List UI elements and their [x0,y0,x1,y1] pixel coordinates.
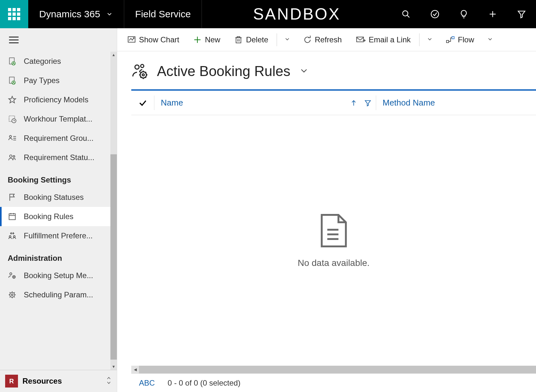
module-label-section[interactable]: Field Service [124,0,202,28]
people-gear-entity-icon [131,63,148,80]
svg-point-29 [13,235,15,237]
select-all-checkbox[interactable] [131,96,154,110]
nav-item-booking-setup-metadata[interactable]: Booking Setup Me... [0,266,117,285]
plus-icon [488,10,497,19]
gear-icon [8,291,17,299]
svg-rect-24 [9,214,15,219]
nav-item-categories[interactable]: Categories [0,52,117,71]
calendar-clock-icon [8,115,17,123]
assistant-button[interactable] [449,0,478,28]
nav-list: ▲ ▼ Categories Pay Types Prof [0,52,117,370]
add-button[interactable] [478,0,507,28]
refresh-button[interactable]: Refresh [296,28,349,51]
scroll-left-arrow-icon[interactable]: ◀ [131,366,139,373]
svg-line-45 [10,297,10,297]
email-link-splitbutton-chevron[interactable] [421,36,439,44]
nav-item-booking-statuses[interactable]: Booking Statuses [0,188,117,207]
mail-icon [356,36,366,44]
site-map-nav: ▲ ▼ Categories Pay Types Prof [0,28,117,392]
scroll-down-arrow-icon[interactable]: ▼ [110,363,117,370]
scroll-thumb[interactable] [110,154,117,360]
app-name-label: Dynamics 365 [39,9,100,20]
svg-line-44 [14,297,15,297]
cmd-label: Refresh [315,35,342,44]
person-list-icon [8,134,17,142]
view-selector-chevron[interactable] [299,66,308,76]
sort-ascending-icon[interactable] [350,99,357,107]
email-link-button[interactable]: Email a Link [349,28,418,51]
waffle-icon [8,8,20,20]
nav-item-proficiency-models[interactable]: Proficiency Models [0,90,117,109]
svg-line-64 [140,72,141,72]
svg-rect-55 [452,37,454,39]
cmd-label: Delete [246,35,268,44]
svg-line-46 [14,292,15,293]
filter-button[interactable] [507,0,536,28]
divider [419,33,419,46]
nav-item-workhour-templates[interactable]: Workhour Templat... [0,109,117,129]
column-divider[interactable] [376,96,376,110]
column-sort-filter-group [350,99,371,107]
svg-point-32 [13,277,14,277]
alpha-index-button[interactable]: ABC [139,379,155,388]
nav-collapse-button[interactable] [0,28,117,52]
svg-point-22 [13,156,15,157]
area-switcher[interactable]: R Resources [0,370,117,392]
nav-item-label: Pay Types [24,76,60,85]
nav-item-label: Fulfillment Prefere... [24,231,93,240]
app-name-dropdown[interactable]: Dynamics 365 [28,0,124,28]
area-label: Resources [22,377,62,386]
grid-footer: ABC 0 - 0 of 0 (0 selected) [131,373,536,392]
nav-item-label: Requirement Grou... [24,134,93,143]
nav-item-booking-rules[interactable]: Booking Rules [0,207,117,226]
svg-point-2 [431,10,438,18]
flag-icon [8,193,17,201]
paging-label: 0 - 0 of 0 (0 selected) [168,379,240,388]
top-nav-bar: Dynamics 365 Field Service SANDBOX [0,0,536,28]
delete-button[interactable]: Delete [227,28,275,51]
calendar-icon [8,212,17,221]
chevron-down-icon [299,66,308,75]
svg-point-56 [135,65,139,69]
top-right-icons [392,0,536,28]
show-chart-button[interactable]: Show Chart [120,28,186,51]
divider [277,33,277,46]
nav-item-label: Proficiency Models [24,95,88,104]
nav-item-pay-types[interactable]: Pay Types [0,71,117,90]
people-swap-icon [8,232,17,240]
scroll-up-arrow-icon[interactable]: ▲ [110,52,117,58]
filter-icon[interactable] [364,99,371,107]
app-launcher-button[interactable] [0,0,28,28]
flow-chevron[interactable] [481,36,499,44]
chevron-down-icon [106,11,113,18]
svg-line-43 [10,292,10,293]
flow-button[interactable]: Flow [439,28,481,51]
horizontal-scrollbar[interactable]: ◀ [131,366,536,373]
refresh-icon [303,36,312,44]
delete-splitbutton-chevron[interactable] [278,36,296,44]
task-flow-button[interactable] [420,0,449,28]
nav-item-label: Booking Rules [24,212,73,221]
grid-header-row: Name Method Name [131,91,536,115]
data-grid: Name Method Name [131,89,536,392]
svg-rect-50 [236,38,241,43]
nav-item-requirement-groups[interactable]: Requirement Grou... [0,129,117,148]
nav-item-requirement-statuses[interactable]: Requirement Statu... [0,148,117,167]
lightbulb-icon [459,10,468,19]
empty-state-text: No data available. [298,258,369,268]
chevron-down-icon [487,36,493,42]
nav-scrollbar[interactable]: ▲ ▼ [110,52,117,370]
search-button[interactable] [392,0,420,28]
svg-line-66 [140,77,141,78]
nav-item-scheduling-parameters[interactable]: Scheduling Param... [0,285,117,304]
document-badge-icon [8,76,17,85]
main-content: Show Chart New Delete Refresh Email a Li… [117,28,536,392]
command-bar: Show Chart New Delete Refresh Email a Li… [117,28,536,51]
column-header-method-name[interactable]: Method Name [383,98,435,108]
column-header-name[interactable]: Name [154,98,376,108]
nav-item-label: Booking Setup Me... [24,271,93,280]
nav-group-booking-settings: Booking Settings [0,167,117,188]
new-button[interactable]: New [186,28,227,51]
nav-item-fulfillment-preferences[interactable]: Fulfillment Prefere... [0,226,117,245]
people-icon [8,153,17,162]
